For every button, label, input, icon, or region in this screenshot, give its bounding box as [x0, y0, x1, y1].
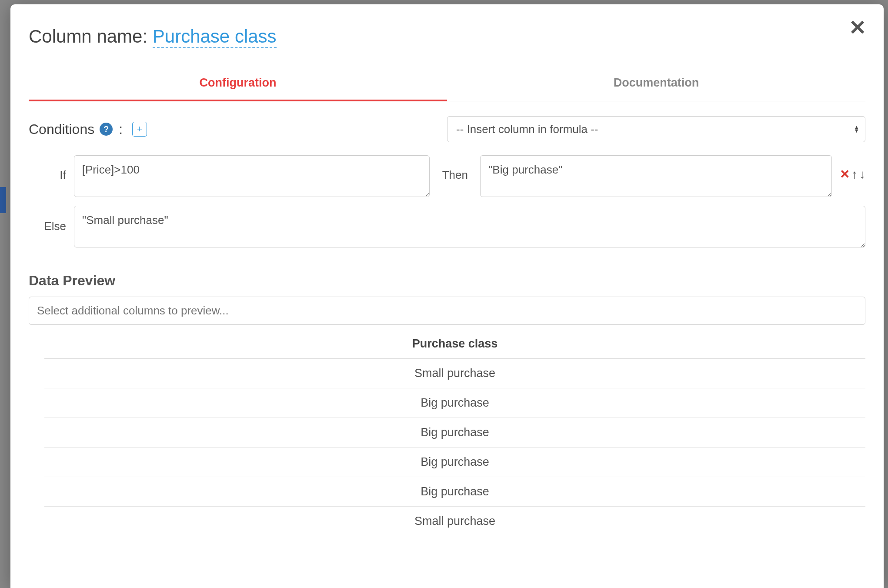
table-cell: Small purchase	[44, 507, 865, 536]
table-cell: Small purchase	[44, 359, 865, 388]
tab-configuration[interactable]: Configuration	[29, 62, 447, 101]
preview-table: Purchase class Small purchase Big purcha…	[44, 329, 865, 536]
tab-documentation[interactable]: Documentation	[447, 62, 865, 101]
table-cell: Big purchase	[44, 388, 865, 418]
background-app-stripe	[0, 187, 6, 213]
table-cell: Big purchase	[44, 448, 865, 477]
table-header-row: Purchase class	[44, 329, 865, 359]
then-value-input[interactable]	[480, 155, 832, 197]
help-icon[interactable]: ?	[100, 123, 113, 136]
conditions-header-row: Conditions ? : + -- Insert column in for…	[29, 116, 865, 142]
delete-row-icon[interactable]: ✕	[840, 168, 850, 180]
preview-columns-select[interactable]	[29, 297, 865, 325]
table-row: Big purchase	[44, 448, 865, 477]
move-down-icon[interactable]: ↓	[859, 168, 865, 180]
table-header-cell: Purchase class	[44, 329, 865, 359]
table-cell: Big purchase	[44, 418, 865, 448]
modal-header: ✕ Column name: Purchase class	[10, 4, 884, 62]
close-icon[interactable]: ✕	[849, 22, 866, 34]
insert-column-select-wrap: -- Insert column in formula -- ▲▼	[447, 116, 865, 142]
tab-bar: Configuration Documentation	[29, 62, 865, 101]
conditions-label: Conditions	[29, 121, 94, 137]
title-prefix: Column name:	[29, 26, 153, 47]
conditions-left-group: Conditions ? : +	[29, 121, 438, 137]
table-row: Big purchase	[44, 388, 865, 418]
else-value-input[interactable]	[74, 206, 865, 247]
if-condition-input[interactable]	[74, 155, 430, 197]
table-row: Big purchase	[44, 477, 865, 507]
column-formula-modal: ✕ Column name: Purchase class Configurat…	[10, 4, 884, 588]
conditions-colon: :	[119, 121, 123, 137]
table-row: Small purchase	[44, 507, 865, 536]
preview-columns-select-wrap	[29, 297, 865, 325]
table-cell: Big purchase	[44, 477, 865, 507]
insert-column-select[interactable]: -- Insert column in formula --	[447, 116, 865, 142]
data-preview-heading: Data Preview	[29, 273, 865, 289]
column-name-editable[interactable]: Purchase class	[153, 26, 277, 48]
modal-title: Column name: Purchase class	[29, 26, 865, 47]
add-condition-button[interactable]: +	[132, 122, 147, 137]
then-label: Then	[437, 155, 472, 182]
move-up-icon[interactable]: ↑	[851, 168, 858, 180]
if-label: If	[29, 155, 66, 182]
configuration-panel: Conditions ? : + -- Insert column in for…	[10, 101, 884, 536]
else-label: Else	[29, 206, 66, 233]
if-then-row: If Then ✕ ↑ ↓	[29, 155, 865, 197]
else-row: Else	[29, 206, 865, 247]
table-row: Small purchase	[44, 359, 865, 388]
row-actions: ✕ ↑ ↓	[840, 155, 865, 180]
table-row: Big purchase	[44, 418, 865, 448]
